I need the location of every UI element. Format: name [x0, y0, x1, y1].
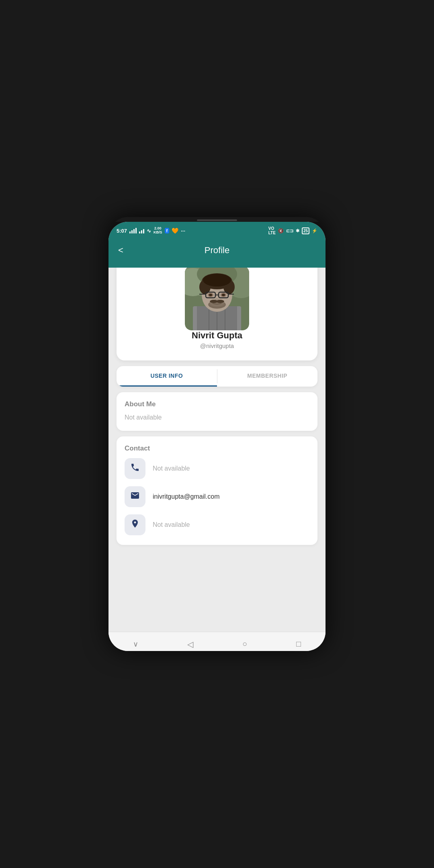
user-name: Nivrit Gupta [192, 330, 242, 341]
contact-card: Contact Not available [117, 436, 317, 545]
charging-icon: ⚡ [312, 228, 317, 233]
svg-point-25 [222, 294, 225, 296]
svg-point-30 [216, 300, 224, 303]
status-left: 5:07 ∿ 2.00KB/S f 🧡 ··· [117, 227, 185, 235]
avatar-image [185, 268, 249, 330]
bottom-nav: ∨ ◁ ○ □ [108, 632, 326, 651]
home-button[interactable]: ○ [239, 636, 250, 651]
signal-bars-2 [139, 228, 144, 233]
phone-icon [130, 463, 140, 475]
email-icon [130, 491, 140, 503]
status-bar: 5:07 ∿ 2.00KB/S f 🧡 ··· VOLTE 🔇 ⊏⊐ ✱ [108, 222, 326, 240]
tab-user-info[interactable]: USER INFO [117, 366, 217, 387]
svg-point-24 [209, 294, 212, 296]
page-title: Profile [205, 245, 229, 256]
back-button[interactable]: < [118, 246, 123, 255]
time-display: 5:07 [117, 228, 127, 234]
volte-icon: VOLTE [268, 226, 276, 235]
dots-icon: ··· [181, 228, 185, 234]
recent-apps-button[interactable]: □ [293, 636, 304, 651]
about-me-card: About Me Not available [117, 392, 317, 431]
contact-location-item: Not available [125, 514, 309, 535]
back-nav-button[interactable]: ◁ [184, 636, 197, 651]
email-value: inivritgupta@gmail.com [153, 493, 220, 500]
location-icon [130, 519, 140, 531]
battery-level: 25 [303, 229, 308, 233]
mute-icon: 🔇 [278, 228, 284, 233]
wifi-icon: ∿ [147, 228, 151, 234]
svg-point-16 [203, 274, 231, 287]
notch-area [108, 217, 326, 222]
avatar [185, 268, 249, 330]
data-speed: 2.00KB/S [154, 227, 162, 235]
notch [197, 219, 237, 221]
phone-frame: 5:07 ∿ 2.00KB/S f 🧡 ··· VOLTE 🔇 ⊏⊐ ✱ [108, 217, 326, 651]
signal-bars-1 [129, 228, 137, 233]
location-value: Not available [153, 521, 190, 528]
status-right: VOLTE 🔇 ⊏⊐ ✱ 25 ⚡ [268, 226, 317, 235]
user-handle: @nivritgupta [200, 342, 234, 349]
chevron-down-button[interactable]: ∨ [130, 637, 141, 651]
facebook-icon: f [165, 228, 170, 233]
phone-icon-wrap [125, 458, 145, 479]
phone-inner: 5:07 ∿ 2.00KB/S f 🧡 ··· VOLTE 🔇 ⊏⊐ ✱ [108, 222, 326, 651]
app-header: < Profile [108, 240, 326, 268]
tab-bar: USER INFO MEMBERSHIP [117, 366, 317, 387]
bluetooth-icon: ✱ [296, 228, 299, 233]
content-area: Nivrit Gupta @nivritgupta USER INFO MEMB… [108, 268, 326, 632]
profile-card: Nivrit Gupta @nivritgupta [117, 268, 317, 360]
contact-phone-item: Not available [125, 458, 309, 479]
heart-icon: 🧡 [172, 227, 178, 234]
contact-title: Contact [125, 444, 309, 452]
about-me-title: About Me [125, 400, 309, 408]
battery-indicator: 25 [302, 227, 309, 234]
contact-email-item: inivritgupta@gmail.com [125, 486, 309, 507]
location-icon-wrap [125, 514, 145, 535]
email-icon-wrap [125, 486, 145, 507]
tab-membership[interactable]: MEMBERSHIP [217, 366, 318, 387]
about-me-value: Not available [125, 414, 309, 421]
phone-value: Not available [153, 465, 190, 472]
vibrate-icon: ⊏⊐ [286, 228, 293, 233]
